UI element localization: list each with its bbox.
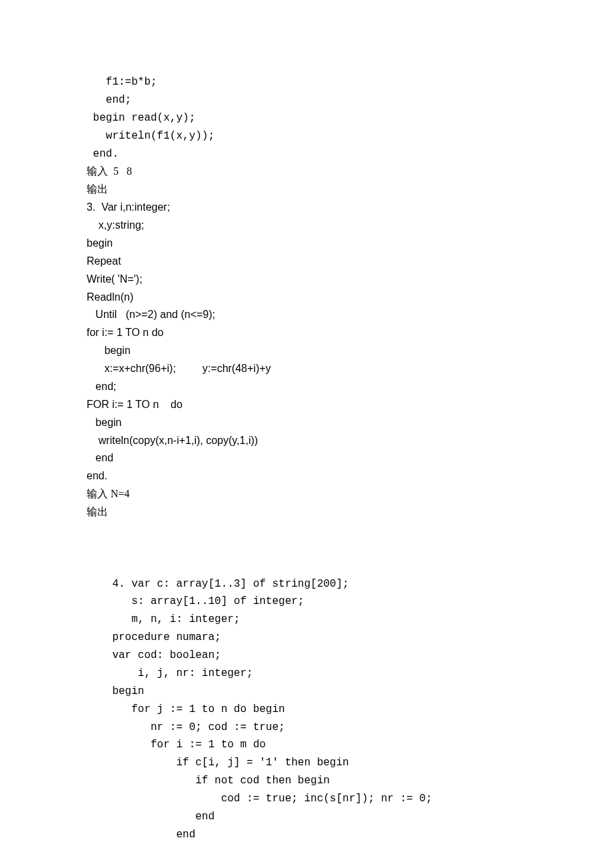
code-line xyxy=(87,557,526,575)
code-line: for i:= 1 TO n do xyxy=(87,324,526,342)
code-line: end xyxy=(87,808,526,826)
code-line: if c[i, j] = '1' then begin xyxy=(87,754,526,772)
code-line: s: array[1..10] of integer; xyxy=(87,593,526,611)
code-line xyxy=(87,539,526,557)
document-body: f1:=b*b; end; begin read(x,y); writeln(f… xyxy=(87,73,526,844)
code-line: end xyxy=(87,826,526,844)
code-line: Repeat xyxy=(87,253,526,271)
code-line: end; xyxy=(87,91,526,109)
code-line: Until (n>=2) and (n<=9); xyxy=(87,306,526,324)
code-line: end. xyxy=(87,145,526,163)
code-line: Write( 'N='); xyxy=(87,271,526,289)
code-line xyxy=(87,521,526,539)
code-line: i, j, nr: integer; xyxy=(87,665,526,683)
code-line: if not cod then begin xyxy=(87,772,526,790)
code-line: FOR i:= 1 TO n do xyxy=(87,396,526,414)
code-line: writeln(copy(x,n-i+1,i), copy(y,1,i)) xyxy=(87,432,526,450)
code-line: x,y:string; xyxy=(87,217,526,235)
code-line: cod := true; inc(s[nr]); nr := 0; xyxy=(87,790,526,808)
code-line: f1:=b*b; xyxy=(87,73,526,91)
code-line: 输入 5 8 xyxy=(87,163,526,181)
code-line: var cod: boolean; xyxy=(87,647,526,665)
code-line: writeln(f1(x,y)); xyxy=(87,127,526,145)
code-line: x:=x+chr(96+i); y:=chr(48+i)+y xyxy=(87,360,526,378)
code-line: 输出 xyxy=(87,503,526,521)
code-line: for j := 1 to n do begin xyxy=(87,701,526,719)
code-line: begin xyxy=(87,235,526,253)
code-line: end. xyxy=(87,467,526,485)
code-line: Readln(n) xyxy=(87,289,526,307)
code-line: end xyxy=(87,449,526,467)
code-line: procedure numara; xyxy=(87,629,526,647)
code-line: begin xyxy=(87,342,526,360)
code-line: 3. Var i,n:integer; xyxy=(87,199,526,217)
code-line: for i := 1 to m do xyxy=(87,736,526,754)
code-line: 4. var c: array[1..3] of string[200]; xyxy=(87,575,526,593)
code-line: m, n, i: integer; xyxy=(87,611,526,629)
code-line: nr := 0; cod := true; xyxy=(87,719,526,737)
code-line: begin xyxy=(87,683,526,701)
code-line: end; xyxy=(87,378,526,396)
code-line: begin read(x,y); xyxy=(87,109,526,127)
code-line: 输出 xyxy=(87,181,526,199)
code-line: begin xyxy=(87,414,526,432)
code-line: 输入 N=4 xyxy=(87,485,526,503)
